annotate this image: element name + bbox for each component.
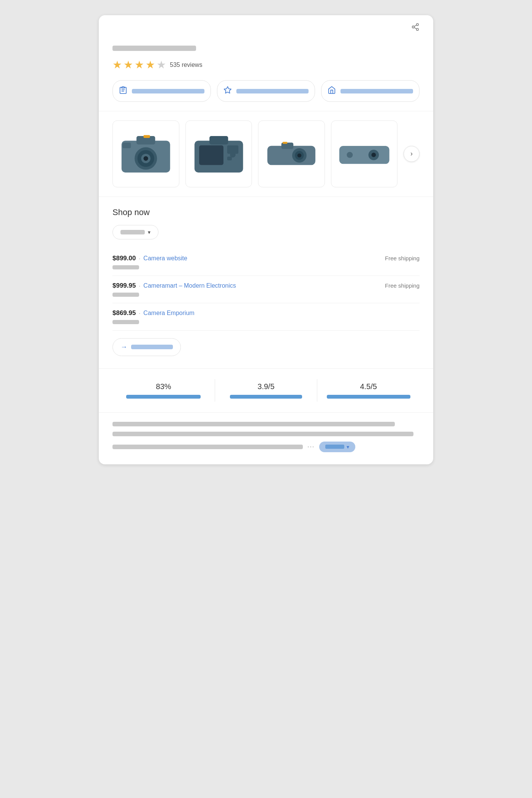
review-count: 535 reviews xyxy=(170,62,202,68)
stat-1-bar xyxy=(126,395,201,399)
shop-item-2-row: $999.95 · Cameramart – Modern Electronic… xyxy=(112,282,420,290)
stat-3-bar xyxy=(327,395,410,399)
item-3-seller[interactable]: Camera Emporium xyxy=(143,310,194,317)
star-2: ★ xyxy=(124,59,133,71)
see-more-button[interactable]: → xyxy=(112,338,181,356)
shop-item-1: $899.00 · Camera website Free shipping xyxy=(112,249,420,276)
filter-button[interactable]: ▾ xyxy=(112,225,158,239)
stars-display: ★ ★ ★ ★ ★ xyxy=(112,59,166,71)
shop-item-3: $869.95 · Camera Emporium xyxy=(112,303,420,331)
action-button-3[interactable] xyxy=(321,80,420,102)
star-1: ★ xyxy=(112,59,122,71)
store-icon xyxy=(328,86,336,96)
item-3-price: $869.95 xyxy=(112,309,136,317)
svg-line-4 xyxy=(414,25,416,27)
camera-image-1[interactable] xyxy=(112,120,179,187)
item-2-subtext xyxy=(112,293,139,297)
stat-2: 3.9/5 xyxy=(215,379,318,402)
next-image-button[interactable]: › xyxy=(404,146,420,162)
expand-label xyxy=(325,445,344,449)
footer-section: ··· ▾ xyxy=(99,413,433,464)
star-5: ★ xyxy=(157,59,166,71)
images-section: › xyxy=(99,111,433,197)
action-buttons-row xyxy=(112,80,420,102)
shop-item-3-left: $869.95 · Camera Emporium xyxy=(112,309,195,317)
svg-rect-22 xyxy=(227,157,231,160)
camera-image-4[interactable] xyxy=(331,120,398,187)
svg-rect-11 xyxy=(144,135,150,138)
shop-item-3-row: $869.95 · Camera Emporium xyxy=(112,309,420,317)
star-4: ★ xyxy=(146,59,155,71)
shop-item-1-row: $899.00 · Camera website Free shipping xyxy=(112,255,420,262)
shop-item-1-left: $899.00 · Camera website xyxy=(112,255,187,262)
item-2-shipping: Free shipping xyxy=(385,282,420,289)
shop-item-2-left: $999.95 · Cameramart – Modern Electronic… xyxy=(112,282,236,290)
item-2-price: $999.95 xyxy=(112,282,136,290)
item-1-seller[interactable]: Camera website xyxy=(143,255,187,262)
camera-image-2[interactable] xyxy=(185,120,252,187)
stat-1: 83% xyxy=(112,379,215,402)
svg-marker-8 xyxy=(224,87,231,93)
svg-line-3 xyxy=(414,27,416,29)
stat-2-bar xyxy=(230,395,302,399)
svg-rect-19 xyxy=(199,146,223,165)
see-more-label xyxy=(131,345,173,349)
footer-line-3 xyxy=(112,445,303,449)
camera-image-3[interactable] xyxy=(258,120,325,187)
svg-rect-25 xyxy=(283,142,288,144)
footer-line-2 xyxy=(112,432,413,436)
svg-rect-16 xyxy=(122,142,131,148)
svg-point-32 xyxy=(347,152,353,158)
item-1-subtext xyxy=(112,265,139,269)
action-2-label xyxy=(236,89,309,93)
footer-last-row: ··· ▾ xyxy=(112,442,420,452)
expand-button[interactable]: ▾ xyxy=(319,442,355,452)
action-3-label xyxy=(340,89,413,93)
footer-dots: ··· xyxy=(307,443,315,450)
svg-point-15 xyxy=(144,156,148,161)
product-title-bar xyxy=(112,46,196,51)
action-1-label xyxy=(132,89,204,93)
action-button-2[interactable] xyxy=(217,80,315,102)
stat-2-value: 3.9/5 xyxy=(220,382,313,391)
footer-line-1 xyxy=(112,422,395,426)
stat-1-value: 83% xyxy=(117,382,210,391)
arrow-right-icon: → xyxy=(120,343,127,351)
clipboard-icon xyxy=(119,86,127,96)
item-3-subtext xyxy=(112,320,139,324)
svg-rect-18 xyxy=(209,136,228,144)
svg-point-31 xyxy=(371,153,376,157)
item-1-price: $899.00 xyxy=(112,255,136,262)
shop-section: Shop now ▾ $899.00 · Camera website Free… xyxy=(99,197,433,369)
rating-row: ★ ★ ★ ★ ★ 535 reviews xyxy=(112,59,420,71)
chevron-down-icon: ▾ xyxy=(148,229,150,235)
expand-chevron-icon: ▾ xyxy=(347,444,349,450)
stat-3-value: 4.5/5 xyxy=(322,382,415,391)
stats-section: 83% 3.9/5 4.5/5 xyxy=(99,369,433,413)
stat-3: 4.5/5 xyxy=(317,379,420,402)
shop-item-2: $999.95 · Cameramart – Modern Electronic… xyxy=(112,276,420,303)
action-button-1[interactable] xyxy=(112,80,211,102)
filter-label xyxy=(120,230,145,234)
star-icon xyxy=(223,86,232,96)
shop-title: Shop now xyxy=(112,207,420,217)
svg-point-28 xyxy=(298,154,302,158)
item-2-seller[interactable]: Cameramart – Modern Electronics xyxy=(143,282,236,289)
rating-section: ★ ★ ★ ★ ★ 535 reviews xyxy=(99,33,433,111)
star-3: ★ xyxy=(135,59,144,71)
share-icon[interactable] xyxy=(411,23,420,33)
item-1-shipping: Free shipping xyxy=(385,255,420,261)
